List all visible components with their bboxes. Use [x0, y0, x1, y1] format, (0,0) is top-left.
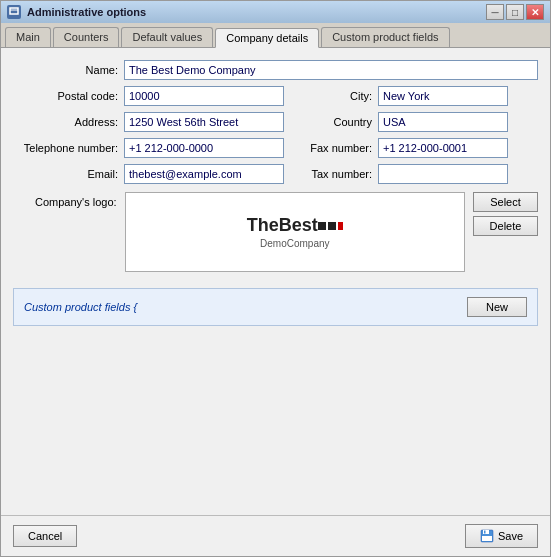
country-label: Country [302, 116, 372, 128]
maximize-button[interactable]: □ [506, 4, 524, 20]
footer: Cancel Save [1, 515, 550, 556]
svg-rect-0 [10, 8, 18, 14]
tab-counters[interactable]: Counters [53, 27, 120, 47]
save-button[interactable]: Save [465, 524, 538, 548]
select-button[interactable]: Select [473, 192, 538, 212]
svg-rect-3 [483, 530, 489, 534]
cancel-button[interactable]: Cancel [13, 525, 77, 547]
tab-company-details[interactable]: Company details [215, 28, 319, 48]
tax-label: Tax number: [302, 168, 372, 180]
postal-code-input[interactable] [124, 86, 284, 106]
logo-block-red [338, 222, 343, 230]
window-controls: ─ □ ✕ [486, 4, 544, 20]
telephone-fax-row: Telephone number: Fax number: [13, 138, 538, 158]
minimize-button[interactable]: ─ [486, 4, 504, 20]
main-window: Administrative options ─ □ ✕ Main Counte… [0, 0, 551, 557]
logo-text-the: TheBest [247, 215, 318, 236]
country-section: Country [302, 112, 508, 132]
save-label: Save [498, 530, 523, 542]
logo-label: Company's logo: [13, 192, 117, 272]
delete-button[interactable]: Delete [473, 216, 538, 236]
postal-city-row: Postal code: City: [13, 86, 538, 106]
logo-block-1 [318, 222, 326, 230]
logo-sub-text: DemoCompany [247, 238, 343, 249]
tab-custom-product-fields[interactable]: Custom product fields [321, 27, 449, 47]
name-input[interactable] [124, 60, 538, 80]
name-row: Name: [13, 60, 538, 80]
window-title: Administrative options [27, 6, 486, 18]
tab-default-values[interactable]: Default values [121, 27, 213, 47]
svg-rect-4 [484, 531, 486, 534]
address-country-row: Address: Country [13, 112, 538, 132]
form-grid: Name: Postal code: City: Address: Countr… [13, 60, 538, 184]
address-label: Address: [13, 116, 118, 128]
svg-rect-5 [482, 536, 492, 541]
logo-section: Company's logo: TheBest DemoCompany Se [13, 192, 538, 272]
logo-block-2 [328, 222, 336, 230]
tax-section: Tax number: [302, 164, 508, 184]
close-button[interactable]: ✕ [526, 4, 544, 20]
logo-preview: TheBest DemoCompany [125, 192, 465, 272]
new-section-description: Custom product fields { [24, 301, 137, 313]
title-bar: Administrative options ─ □ ✕ [1, 1, 550, 23]
logo-content: TheBest DemoCompany [247, 215, 343, 249]
fax-section: Fax number: [302, 138, 508, 158]
postal-code-label: Postal code: [13, 90, 118, 102]
email-input[interactable] [124, 164, 284, 184]
new-section: Custom product fields { New [13, 288, 538, 326]
address-input[interactable] [124, 112, 284, 132]
email-tax-row: Email: Tax number: [13, 164, 538, 184]
name-label: Name: [13, 64, 118, 76]
email-label: Email: [13, 168, 118, 180]
tab-main[interactable]: Main [5, 27, 51, 47]
fax-input[interactable] [378, 138, 508, 158]
logo-buttons: Select Delete [473, 192, 538, 272]
telephone-input[interactable] [124, 138, 284, 158]
city-section: City: [302, 86, 508, 106]
content-area: Name: Postal code: City: Address: Countr… [1, 48, 550, 515]
tab-bar: Main Counters Default values Company det… [1, 23, 550, 48]
tax-input[interactable] [378, 164, 508, 184]
city-input[interactable] [378, 86, 508, 106]
window-icon [7, 5, 21, 19]
country-input[interactable] [378, 112, 508, 132]
telephone-label: Telephone number: [13, 142, 118, 154]
city-label: City: [302, 90, 372, 102]
logo-blocks [318, 222, 343, 230]
fax-label: Fax number: [302, 142, 372, 154]
new-button[interactable]: New [467, 297, 527, 317]
save-icon [480, 529, 494, 543]
